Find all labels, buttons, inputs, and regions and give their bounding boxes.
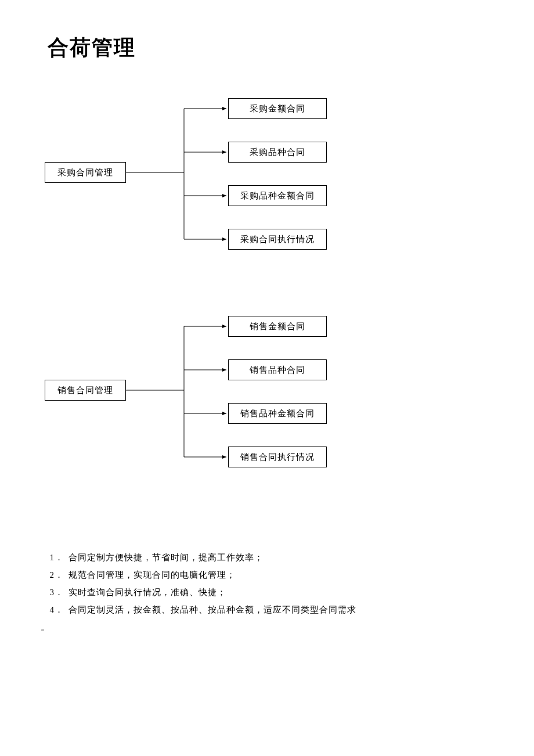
bullet-item-3: 3． 实时查询合同执行情况，准确、快捷； xyxy=(46,584,488,601)
bullet-num: 4． xyxy=(46,601,68,618)
bullet-list: 1． 合同定制方便快捷，节省时间，提高工作效率； 2． 规范合同管理，实现合同的… xyxy=(46,549,488,636)
tree1-leaf-2: 采购品种金额合同 xyxy=(228,185,327,206)
bullet-text: 规范合同管理，实现合同的电脑化管理； xyxy=(68,566,488,584)
tree1-leaf-3: 采购合同执行情况 xyxy=(228,229,327,250)
tree2-leaf-0: 销售金额合同 xyxy=(228,316,327,337)
tree1-leaf-0: 采购金额合同 xyxy=(228,98,327,119)
bullet-text: 合同定制灵活，按金额、按品种、按品种金额，适应不同类型合同需求 xyxy=(68,601,488,618)
bullet-text: 合同定制方便快捷，节省时间，提高工作效率； xyxy=(68,549,488,566)
bullet-num: 3． xyxy=(46,584,68,601)
bullet-num: 2． xyxy=(46,566,68,584)
tree2-leaf-1: 销售品种合同 xyxy=(228,359,327,380)
bullet-item-1: 1． 合同定制方便快捷，节省时间，提高工作效率； xyxy=(46,549,488,566)
tree2-root: 销售合同管理 xyxy=(45,380,126,401)
bullet-item-2: 2． 规范合同管理，实现合同的电脑化管理； xyxy=(46,566,488,584)
tree1-leaf-1: 采购品种合同 xyxy=(228,142,327,163)
bullet-num: 1． xyxy=(46,549,68,566)
page-title: 合荷管理 xyxy=(48,34,136,62)
tree1-root: 采购合同管理 xyxy=(45,162,126,183)
tree2-leaf-3: 销售合同执行情况 xyxy=(228,447,327,467)
bullet-text: 实时查询合同执行情况，准确、快捷； xyxy=(68,584,488,601)
bullet-item-4: 4． 合同定制灵活，按金额、按品种、按品种金额，适应不同类型合同需求 xyxy=(46,601,488,618)
tree2-leaf-2: 销售品种金额合同 xyxy=(228,403,327,424)
bullet-trailing: 。 xyxy=(41,618,488,636)
diagram-area: 采购合同管理 采购金额合同 采购品种合同 采购品种金额合同 采购合同执行情况 销… xyxy=(0,87,534,505)
